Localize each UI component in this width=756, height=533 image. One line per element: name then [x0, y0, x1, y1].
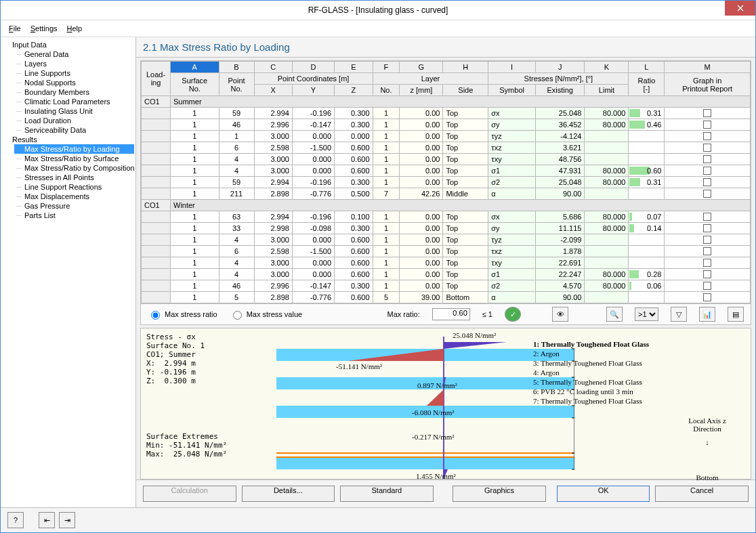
bottom-iconbar: ? ⇤ ⇥ [1, 507, 755, 532]
table-row[interactable]: 1462.996-0.1470.30010.00Topσy36.45280.00… [142, 119, 751, 131]
opt-max-stress-ratio[interactable]: Max stress ratio [148, 309, 217, 320]
maxratio-value: 0.60 [432, 308, 470, 320]
graph-checkbox[interactable] [703, 155, 711, 163]
panel-title: 2.1 Max Stress Ratio by Loading [136, 37, 755, 58]
tree-item[interactable]: Stresses in All Points [14, 173, 134, 182]
tree-item[interactable]: Serviceability Data [14, 125, 134, 135]
filter-select[interactable]: >1 [635, 307, 658, 321]
stress-diagram: Stress - σx Surface No. 1 CO1; Summer X:… [140, 328, 751, 479]
maxratio-le1: ≤ 1 [482, 310, 492, 318]
diagram-extremes: Surface Extremes Min: -51.141 N/mm² Max:… [146, 432, 227, 459]
tree-item[interactable]: Climatic Load Parameters [14, 97, 134, 106]
next-icon[interactable]: ⇥ [59, 512, 75, 528]
table-row[interactable]: 143.0000.0000.60010.00Topσ147.93180.0000… [142, 165, 751, 177]
table-row[interactable]: 152.898-0.7760.600539.00Bottomα90.00 [142, 292, 751, 303]
table-row[interactable]: 143.0000.0000.60010.00Topτyz-2.099 [142, 234, 751, 246]
graph-checkbox[interactable] [703, 178, 711, 186]
graph-checkbox[interactable] [703, 109, 711, 117]
graph-checkbox[interactable] [703, 132, 711, 140]
diagram-legend: 1: Thermally Toughened Float Glass2: Arg… [533, 339, 649, 406]
table-row[interactable]: 12112.898-0.7760.500742.26Middleα90.00 [142, 188, 751, 200]
prev-icon[interactable]: ⇤ [39, 512, 55, 528]
diag-label-3: -6.080 N/mm² [412, 408, 455, 417]
results-toolbar: Max stress ratio Max stress value Max ra… [140, 304, 751, 325]
tree-item[interactable]: Nodal Supports [14, 78, 134, 87]
table-row[interactable]: 162.598-1.5000.60010.00Topτxz1.878 [142, 246, 751, 257]
ok-button[interactable]: OK [557, 486, 650, 502]
tree-results[interactable]: Results [5, 135, 134, 144]
tree-item[interactable]: Boundary Members [14, 87, 134, 97]
standard-button[interactable]: Standard [340, 486, 434, 502]
svg-marker-10 [427, 389, 444, 406]
graph-checkbox[interactable] [703, 144, 711, 152]
titlebar: RF-GLASS - [Insulating glass - curved] [1, 1, 755, 20]
axis-label: Local Axis z Direction ↓ Bottom [680, 417, 734, 482]
graph-checkbox[interactable] [703, 121, 711, 129]
tree-item[interactable]: Line Supports [14, 68, 134, 78]
window-title: RF-GLASS - [Insulating glass - curved] [1, 5, 755, 15]
graph-checkbox[interactable] [703, 190, 711, 198]
diag-label-1: -51.141 N/mm² [336, 362, 382, 370]
graph-checkbox[interactable] [703, 293, 711, 301]
tree-item[interactable]: Parts List [14, 211, 134, 220]
chart-icon[interactable]: 📊 [699, 307, 715, 322]
graph-checkbox[interactable] [703, 247, 711, 255]
tree-item[interactable]: Max Displacements [14, 192, 134, 201]
table-row[interactable]: 1592.994-0.1960.30010.00Topσ225.04880.00… [142, 177, 751, 188]
filter-icon[interactable]: ▽ [671, 307, 687, 322]
table-row[interactable]: 143.0000.0000.60010.00Topτxy48.756 [142, 154, 751, 165]
diag-label-bottom: 1.455 N/mm² [416, 472, 456, 480]
table-row[interactable]: 1462.996-0.1470.30010.00Topσ24.57080.000… [142, 280, 751, 292]
tree-item[interactable]: Layers [14, 59, 134, 68]
diag-label-4: -0.217 N/mm² [412, 433, 455, 441]
details-button[interactable]: Details... [242, 486, 335, 502]
table-row[interactable]: 1332.998-0.0980.30010.00Topσy11.11580.00… [142, 223, 751, 234]
graph-checkbox[interactable] [703, 224, 711, 232]
close-button[interactable] [725, 1, 755, 16]
graph-checkbox[interactable] [703, 213, 711, 221]
graph-checkbox[interactable] [703, 236, 711, 244]
svg-rect-3 [276, 457, 574, 469]
menubar: File Settings Help [1, 20, 755, 37]
tree-item[interactable]: Max Stress/Ratio by Loading [14, 144, 134, 154]
nav-tree[interactable]: Input Data General DataLayersLine Suppor… [1, 37, 136, 507]
opt-max-stress-value[interactable]: Max stress value [230, 309, 303, 320]
table-row[interactable]: 1632.994-0.1960.10010.00Topσx5.68680.000… [142, 211, 751, 223]
table-row[interactable]: 162.598-1.5000.60010.00Topτxz3.621 [142, 142, 751, 154]
diag-label-2: 0.897 N/mm² [417, 381, 457, 389]
export-icon[interactable]: ▤ [728, 307, 744, 322]
tree-item[interactable]: Max Stress/Ratio by Composition [14, 163, 134, 173]
tree-item[interactable]: Gas Pressure [14, 201, 134, 211]
menu-help[interactable]: Help [63, 23, 87, 34]
tree-item[interactable]: Max Stress/Ratio by Surface [14, 154, 134, 163]
graph-checkbox[interactable] [703, 270, 711, 278]
table-row[interactable]: 1592.994-0.1960.30010.00Topσx25.04880.00… [142, 108, 751, 119]
results-table[interactable]: Load- ingABCDEFGHIJKLM Surface No.Point … [140, 60, 751, 304]
diagram-info: Stress - σx Surface No. 1 CO1; Summer X:… [146, 333, 205, 385]
menu-file[interactable]: File [5, 23, 25, 34]
table-row[interactable]: 143.0000.0000.60010.00Topσ122.24780.0000… [142, 269, 751, 280]
diag-label-top: 25.048 N/mm² [453, 331, 496, 339]
tree-input-data[interactable]: Input Data [5, 40, 134, 49]
graphics-button[interactable]: Graphics [453, 486, 546, 502]
eye-icon[interactable]: 👁 [552, 307, 568, 322]
cancel-button[interactable]: Cancel [655, 486, 749, 502]
tree-item[interactable]: Line Support Reactions [14, 182, 134, 192]
menu-settings[interactable]: Settings [26, 23, 62, 34]
graph-checkbox[interactable] [703, 282, 711, 290]
tree-item[interactable]: Load Duration [14, 116, 134, 125]
maxratio-label: Max ratio: [387, 310, 419, 318]
graph-checkbox[interactable] [703, 259, 711, 267]
status-ok-icon: ✓ [505, 307, 521, 322]
filter-toggle-icon[interactable]: 🔍 [606, 307, 623, 322]
tree-item[interactable]: Insulating Glass Unit [14, 106, 134, 116]
calculation-button[interactable]: Calculation [143, 486, 236, 502]
help-icon[interactable]: ? [7, 512, 24, 528]
tree-item[interactable]: General Data [14, 49, 134, 59]
col-loading: Load- ing [142, 62, 171, 96]
graph-checkbox[interactable] [703, 167, 711, 175]
svg-marker-7 [444, 342, 507, 349]
table-row[interactable]: 113.0000.0000.00010.00Topτyz-4.124 [142, 131, 751, 142]
table-row[interactable]: 143.0000.0000.60010.00Topτxy22.691 [142, 257, 751, 269]
